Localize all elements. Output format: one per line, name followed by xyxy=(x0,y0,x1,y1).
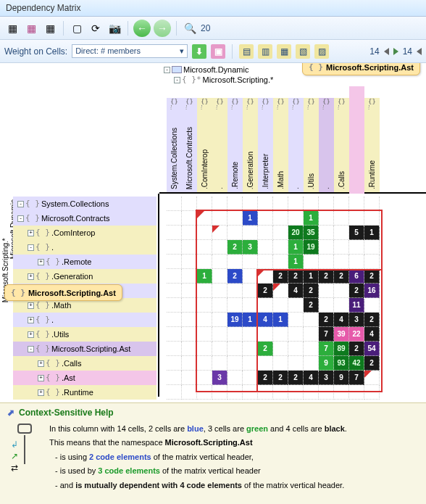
matrix-cell[interactable]: 39 xyxy=(334,327,349,342)
matrix-cell[interactable]: 19 xyxy=(227,313,243,327)
tree-sub-row[interactable]: - { } Microsoft.Scripting.* xyxy=(174,75,273,85)
expand-icon[interactable]: - xyxy=(17,215,24,222)
matrix-cell[interactable]: 2 xyxy=(273,269,288,284)
tool-yellow-5[interactable]: ▨ xyxy=(314,44,329,59)
nav-back-button[interactable]: ← xyxy=(133,20,151,37)
matrix-cell[interactable]: 93 xyxy=(334,356,349,371)
expand-icon[interactable]: + xyxy=(38,375,44,381)
zoom-btn[interactable]: 🔍 xyxy=(182,20,198,36)
nav-forward-button[interactable]: → xyxy=(154,20,171,37)
tool-btn-5[interactable]: 📷 xyxy=(106,20,122,36)
column-header-cell[interactable]: {}System.Collections xyxy=(167,98,182,192)
matrix-cell[interactable]: 2 xyxy=(227,269,243,284)
tool-btn-2[interactable]: ▦ xyxy=(42,20,58,36)
expand-icon[interactable]: + xyxy=(38,360,44,367)
matrix-cell[interactable]: 2 xyxy=(304,284,319,298)
row-header-cell[interactable]: +{ }.Utils xyxy=(13,327,156,342)
column-header-cell[interactable]: {}.Generation xyxy=(243,98,258,192)
tree-root-row[interactable]: - Microsoft.Dynamic xyxy=(164,65,273,75)
matrix-cell[interactable]: 42 xyxy=(349,356,364,371)
expand-icon[interactable]: - xyxy=(28,244,34,251)
matrix-cell[interactable]: 1 xyxy=(243,211,258,226)
matrix-cell[interactable]: 9 xyxy=(334,371,349,385)
matrix-cell[interactable]: 11 xyxy=(349,298,364,313)
matrix-cell[interactable]: 19 xyxy=(304,240,319,255)
matrix-cell[interactable] xyxy=(212,226,227,240)
expand-icon[interactable]: + xyxy=(28,317,34,323)
tool-yellow-2[interactable]: ▥ xyxy=(258,44,272,59)
row-header-cell[interactable]: -{ }. xyxy=(13,240,156,255)
row-header-cell[interactable]: +{ }.Runtime xyxy=(13,385,156,400)
matrix-cell[interactable]: 54 xyxy=(364,342,380,356)
column-header-cell[interactable]: {}.Calls xyxy=(334,98,349,192)
matrix-cell[interactable]: 3 xyxy=(212,371,227,385)
matrix-cell[interactable]: 1 xyxy=(304,269,319,284)
tool-yellow-3[interactable]: ▦ xyxy=(277,44,291,59)
column-header-cell[interactable]: {}. xyxy=(288,98,304,192)
collapse-icon[interactable]: - xyxy=(174,77,180,83)
matrix-cell[interactable]: 1 xyxy=(304,211,319,226)
column-header-cell[interactable]: {}. xyxy=(212,98,227,192)
matrix-cell[interactable] xyxy=(273,284,288,298)
arrow-left2-icon[interactable] xyxy=(417,48,422,55)
arrow-right-icon[interactable] xyxy=(393,48,398,55)
row-header-cell[interactable]: +{ }.Generation xyxy=(13,269,156,284)
matrix-cell[interactable]: 9 xyxy=(319,356,334,371)
matrix-cell[interactable]: 2 xyxy=(349,342,364,356)
matrix-cell[interactable]: 3 xyxy=(349,313,364,327)
expand-icon[interactable]: + xyxy=(28,230,34,236)
matrix-cell[interactable]: 7 xyxy=(319,327,334,342)
matrix-cell[interactable]: 1 xyxy=(288,255,304,269)
export-btn[interactable]: ▦ xyxy=(4,20,20,36)
matrix-cell[interactable]: 89 xyxy=(334,342,349,356)
collapse-icon[interactable]: - xyxy=(164,67,170,73)
matrix-cell[interactable]: 7 xyxy=(319,342,334,356)
matrix-cell[interactable]: 20 xyxy=(288,226,304,240)
green-elements-link[interactable]: 3 code elements xyxy=(98,466,160,475)
matrix-cell[interactable]: 7 xyxy=(349,371,364,385)
matrix-cell[interactable]: 16 xyxy=(364,284,380,298)
column-header-cell[interactable]: {}.Remote xyxy=(227,98,243,192)
matrix-cell[interactable]: 2 xyxy=(349,284,364,298)
matrix-cell[interactable]: 1 xyxy=(273,313,288,327)
matrix-cell[interactable]: 1 xyxy=(197,269,212,284)
matrix-cell[interactable]: 2 xyxy=(227,240,243,255)
matrix-cell[interactable]: 3 xyxy=(243,240,258,255)
matrix-cell[interactable]: 1 xyxy=(364,226,380,240)
matrix-cell[interactable]: 3 xyxy=(319,371,334,385)
matrix-cell[interactable]: 2 xyxy=(288,371,304,385)
matrix-cell[interactable] xyxy=(197,211,212,226)
row-header-cell[interactable]: +{ }. xyxy=(13,313,156,327)
column-header-cell[interactable]: {}.Utils xyxy=(304,98,319,192)
matrix-cell[interactable]: 35 xyxy=(304,226,319,240)
tool-btn-3[interactable]: ▢ xyxy=(69,20,85,36)
tool-btn-1[interactable]: ▦ xyxy=(23,20,39,36)
matrix-cell[interactable]: 4 xyxy=(364,327,380,342)
tool-btn-4[interactable]: ⟳ xyxy=(88,20,104,36)
matrix-cell[interactable]: 2 xyxy=(288,269,304,284)
matrix-cell[interactable]: 2 xyxy=(258,284,273,298)
column-header-cell[interactable]: {}.Math xyxy=(273,98,288,192)
matrix-cell[interactable]: 2 xyxy=(304,298,319,313)
row-header-cell[interactable]: +{ }.Ast xyxy=(13,371,156,385)
arrow-left-icon[interactable] xyxy=(384,48,389,55)
expand-icon[interactable]: + xyxy=(38,389,44,396)
matrix-cell[interactable]: 22 xyxy=(349,327,364,342)
matrix-cell[interactable]: 2 xyxy=(258,342,273,356)
matrix-cell[interactable]: 2 xyxy=(258,371,273,385)
blue-elements-link[interactable]: 2 code elements xyxy=(89,453,151,461)
column-header-cell[interactable]: {}.ComInterop xyxy=(197,98,212,192)
matrix-cell[interactable]: 2 xyxy=(319,313,334,327)
expand-icon[interactable]: - xyxy=(17,201,24,207)
tool-yellow-1[interactable]: ▤ xyxy=(239,44,254,59)
matrix-cell[interactable]: 2 xyxy=(364,313,380,327)
matrix-cell[interactable]: 4 xyxy=(334,313,349,327)
matrix-cell[interactable]: 4 xyxy=(304,371,319,385)
column-header-cell[interactable]: {}Microsoft.Contracts xyxy=(182,98,197,192)
column-header-cell[interactable]: {}. xyxy=(319,98,334,192)
expand-icon[interactable]: + xyxy=(28,302,34,309)
filter-green-btn[interactable]: ⬇ xyxy=(192,44,206,59)
matrix-cell[interactable] xyxy=(243,255,258,269)
matrix-cell[interactable]: 2 xyxy=(319,269,334,284)
matrix-cell[interactable] xyxy=(364,371,380,385)
